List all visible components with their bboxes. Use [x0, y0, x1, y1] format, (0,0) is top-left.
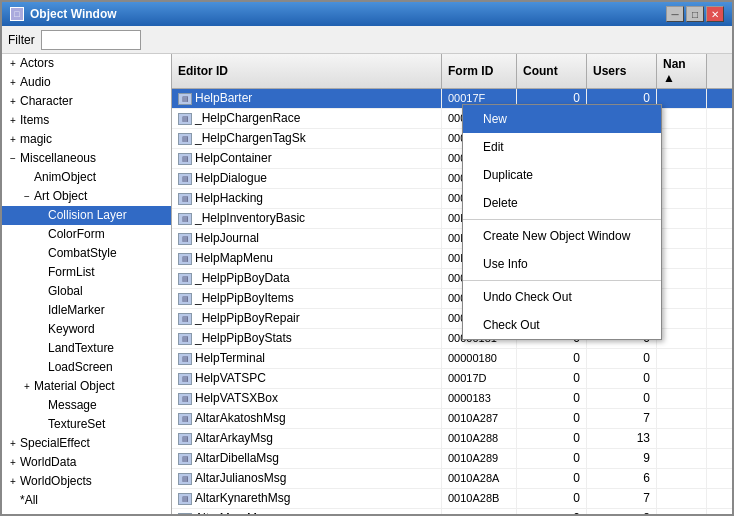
sidebar-item-worldobjects[interactable]: +WorldObjects — [2, 472, 171, 491]
cell-nan — [657, 469, 707, 488]
minimize-button[interactable]: ─ — [666, 6, 684, 22]
tree-expander-character[interactable]: + — [6, 93, 20, 110]
cell-count: 0 — [517, 389, 587, 408]
menu-item-use-info[interactable]: Use Info — [463, 250, 661, 278]
row-icon: ▤ — [178, 433, 192, 445]
editor-id-value: AltarKynarethMsg — [195, 490, 290, 507]
sidebar-item-miscellaneous[interactable]: −Miscellaneous — [2, 149, 171, 168]
row-icon: ▤ — [178, 273, 192, 285]
sidebar-item-label: FormList — [48, 265, 95, 279]
editor-id-value: AltarArkayMsg — [195, 430, 273, 447]
sidebar-item-formlist[interactable]: FormList — [2, 263, 171, 282]
sidebar-item-label: Audio — [20, 75, 51, 89]
menu-item-duplicate[interactable]: Duplicate — [463, 161, 661, 189]
maximize-button[interactable]: □ — [686, 6, 704, 22]
cell-nan — [657, 349, 707, 368]
tree-expander-actors[interactable]: + — [6, 55, 20, 72]
table-row[interactable]: ▤HelpVATSPC00017D00 — [172, 369, 732, 389]
table-row[interactable]: ▤AltarMaraMsg0010A28C08 — [172, 509, 732, 514]
row-icon: ▤ — [178, 373, 192, 385]
sidebar-item-magic[interactable]: +magic — [2, 130, 171, 149]
menu-item-new[interactable]: New — [463, 105, 661, 133]
cell-nan — [657, 409, 707, 428]
cell-editor-id: ▤HelpTerminal — [172, 349, 442, 368]
sidebar-item-items[interactable]: +Items — [2, 111, 171, 130]
col-header-users[interactable]: Users — [587, 54, 657, 88]
table-row[interactable]: ▤HelpTerminal0000018000 — [172, 349, 732, 369]
sidebar-item-landtexture[interactable]: LandTexture — [2, 339, 171, 358]
editor-id-value: HelpBarter — [195, 90, 252, 107]
sidebar-item-audio[interactable]: +Audio — [2, 73, 171, 92]
editor-id-value: AltarDibellaMsg — [195, 450, 279, 467]
cell-editor-id: ▤_HelpPipBoyItems — [172, 289, 442, 308]
sidebar-item-combatstyle[interactable]: CombatStyle — [2, 244, 171, 263]
table-row[interactable]: ▤AltarAkatoshMsg0010A28707 — [172, 409, 732, 429]
cell-users: 6 — [587, 469, 657, 488]
editor-id-value: _HelpPipBoyItems — [195, 290, 294, 307]
sidebar-item-specialeffect[interactable]: +SpecialEffect — [2, 434, 171, 453]
tree-expander-specialeffect[interactable]: + — [6, 435, 20, 452]
cell-form-id: 0010A28C — [442, 509, 517, 514]
table-row[interactable]: ▤AltarKynarethMsg0010A28B07 — [172, 489, 732, 509]
cell-form-id: 0010A289 — [442, 449, 517, 468]
col-header-editor-id[interactable]: Editor ID — [172, 54, 442, 88]
row-icon: ▤ — [178, 153, 192, 165]
sidebar-item-character[interactable]: +Character — [2, 92, 171, 111]
tree-expander-worldobjects[interactable]: + — [6, 473, 20, 490]
menu-item-edit[interactable]: Edit — [463, 133, 661, 161]
tree-expander-materialobject[interactable]: + — [20, 378, 34, 395]
cell-editor-id: ▤HelpJournal — [172, 229, 442, 248]
filter-input[interactable] — [41, 30, 141, 50]
editor-id-value: _HelpChargenRace — [195, 110, 300, 127]
menu-item-create-new-object-window[interactable]: Create New Object Window — [463, 222, 661, 250]
table-row[interactable]: ▤AltarDibellaMsg0010A28909 — [172, 449, 732, 469]
sidebar-item-colorform[interactable]: ColorForm — [2, 225, 171, 244]
tree-expander-worlddata[interactable]: + — [6, 454, 20, 471]
editor-id-value: HelpVATSPC — [195, 370, 266, 387]
table-row[interactable]: ▤HelpVATSXBox000018300 — [172, 389, 732, 409]
menu-separator — [463, 219, 661, 220]
sidebar-item-label: Keyword — [48, 322, 95, 336]
cell-users: 8 — [587, 509, 657, 514]
table-row[interactable]: ▤AltarJulianosMsg0010A28A06 — [172, 469, 732, 489]
sidebar-item-all[interactable]: *All — [2, 491, 171, 510]
menu-item-delete[interactable]: Delete — [463, 189, 661, 217]
cell-form-id: 00017D — [442, 369, 517, 388]
col-header-form-id[interactable]: Form ID — [442, 54, 517, 88]
editor-id-value: HelpJournal — [195, 230, 259, 247]
tree-expander-artobject[interactable]: − — [20, 188, 34, 205]
sidebar-item-idlemarker[interactable]: IdleMarker — [2, 301, 171, 320]
row-icon: ▤ — [178, 173, 192, 185]
cell-editor-id: ▤AltarAkatoshMsg — [172, 409, 442, 428]
sidebar-item-collisionlayer[interactable]: Collision Layer — [2, 206, 171, 225]
tree-expander-miscellaneous[interactable]: − — [6, 150, 20, 167]
close-button[interactable]: ✕ — [706, 6, 724, 22]
cell-users: 7 — [587, 409, 657, 428]
col-header-count[interactable]: Count — [517, 54, 587, 88]
sidebar-item-actors[interactable]: +Actors — [2, 54, 171, 73]
row-icon: ▤ — [178, 353, 192, 365]
tree-expander-items[interactable]: + — [6, 112, 20, 129]
cell-users: 7 — [587, 489, 657, 508]
sidebar-item-worlddata[interactable]: +WorldData — [2, 453, 171, 472]
cell-nan — [657, 129, 707, 148]
cell-users: 0 — [587, 389, 657, 408]
tree-expander-audio[interactable]: + — [6, 74, 20, 91]
sidebar-item-loadscreen[interactable]: LoadScreen — [2, 358, 171, 377]
sidebar-item-artobject[interactable]: −Art Object — [2, 187, 171, 206]
sidebar-item-label: LoadScreen — [48, 360, 113, 374]
sidebar-item-message[interactable]: Message — [2, 396, 171, 415]
tree-expander-magic[interactable]: + — [6, 131, 20, 148]
sidebar-item-keyword[interactable]: Keyword — [2, 320, 171, 339]
sidebar-item-global[interactable]: Global — [2, 282, 171, 301]
sidebar-item-textureset[interactable]: TextureSet — [2, 415, 171, 434]
sidebar-item-materialobject[interactable]: +Material Object — [2, 377, 171, 396]
col-header-nan[interactable]: Nan ▲ — [657, 54, 707, 88]
menu-item-undo-check-out[interactable]: Undo Check Out — [463, 283, 661, 311]
cell-form-id: 0010A287 — [442, 409, 517, 428]
sidebar-item-animobject[interactable]: AnimObject — [2, 168, 171, 187]
editor-id-value: _HelpPipBoyRepair — [195, 310, 300, 327]
cell-nan — [657, 89, 707, 108]
table-row[interactable]: ▤AltarArkayMsg0010A288013 — [172, 429, 732, 449]
menu-item-check-out[interactable]: Check Out — [463, 311, 661, 339]
